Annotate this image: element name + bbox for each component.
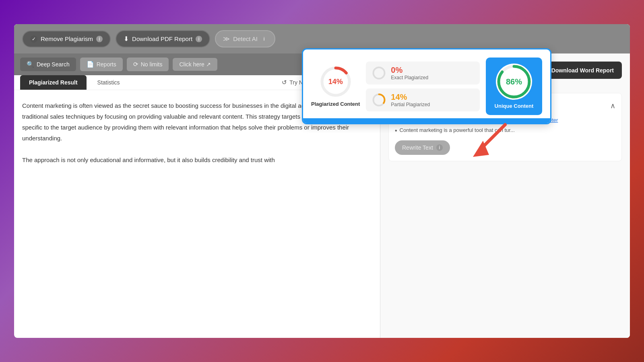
- reports-button[interactable]: 📄 Reports: [80, 58, 123, 71]
- refresh-icon: ↺: [282, 79, 287, 86]
- svg-point-2: [374, 67, 385, 78]
- exact-stat-info: 0% Exact Plagiarized: [391, 66, 428, 80]
- statistics-tab-label: Statistics: [97, 79, 120, 86]
- plagiarized-percent-label: 14%: [328, 78, 343, 86]
- partial-percent: 14%: [391, 93, 430, 102]
- plagiarized-circle: 14%: [320, 66, 352, 98]
- detect-ai-button[interactable]: ≫ Detect AI i: [215, 30, 275, 47]
- partial-stat-info: 14% Partial Plagiarized: [391, 93, 430, 107]
- results-popup: 14% Plagiarized Content 0% Exact Plagiar…: [302, 48, 551, 124]
- partial-label: Partial Plagiarized: [391, 102, 430, 107]
- reports-label: Reports: [97, 61, 116, 68]
- deep-search-button[interactable]: 🔍 Deep Search: [20, 58, 76, 71]
- plagiarized-result-tab-label: Plagiarized Result: [29, 79, 78, 86]
- click-here-button[interactable]: Click here ↗: [173, 58, 217, 71]
- no-limits-button[interactable]: ⟳ No limits: [127, 58, 169, 71]
- download-word-label: Download Word Report: [551, 67, 614, 74]
- unique-section: 86% Unique Content: [486, 58, 542, 115]
- check-icon: [30, 35, 37, 43]
- click-here-label: Click here ↗: [179, 61, 211, 68]
- stats-section: 0% Exact Plagiarized 14% Partial Plagiar…: [366, 62, 480, 111]
- download-pdf-label: Download PDF Report: [132, 35, 192, 42]
- robot-icon: ≫: [223, 35, 230, 43]
- docs-icon: 📄: [87, 61, 94, 68]
- chevron-up-icon[interactable]: ∧: [610, 101, 615, 110]
- unique-circle: 86%: [496, 64, 532, 100]
- info-icon-remove: i: [96, 36, 103, 42]
- exact-circle: [372, 66, 386, 80]
- content-paragraph-2: The approach is not only educational and…: [22, 154, 372, 165]
- tab-plagiarized-result[interactable]: Plagiarized Result: [20, 75, 87, 90]
- partial-circle: [372, 93, 386, 107]
- download-pdf-button[interactable]: ⬇ Download PDF Report i: [116, 30, 210, 47]
- exact-stat-row: 0% Exact Plagiarized: [366, 62, 480, 84]
- exact-label: Exact Plagiarized: [391, 75, 428, 80]
- exact-percent: 0%: [391, 66, 428, 75]
- plagiarized-content-label: Plagiarized Content: [311, 101, 360, 107]
- deep-search-label: Deep Search: [37, 61, 70, 68]
- unique-content-label: Unique Content: [495, 103, 534, 109]
- partial-stat-row: 14% Partial Plagiarized: [366, 88, 480, 111]
- limits-icon: ⟳: [133, 61, 138, 68]
- info-icon-pdf: i: [196, 36, 202, 42]
- detect-ai-label: Detect AI: [233, 35, 258, 42]
- tab-statistics[interactable]: Statistics: [89, 75, 129, 90]
- download-icon-pdf: ⬇: [124, 35, 129, 43]
- info-icon-ai: i: [261, 36, 267, 42]
- unique-percent-label: 86%: [506, 77, 522, 86]
- red-arrow-indicator: [469, 117, 517, 165]
- plagiarized-section: 14% Plagiarized Content: [311, 66, 360, 107]
- no-limits-label: No limits: [141, 61, 163, 68]
- rewrite-text-button[interactable]: Rewrite Text i: [395, 140, 450, 155]
- info-icon-rewrite: i: [436, 144, 443, 151]
- remove-plagiarism-label: Remove Plagiarism: [41, 35, 93, 42]
- rewrite-text-label: Rewrite Text: [402, 144, 433, 151]
- remove-plagiarism-button[interactable]: Remove Plagiarism i: [22, 31, 111, 47]
- search-icon: 🔍: [27, 61, 34, 68]
